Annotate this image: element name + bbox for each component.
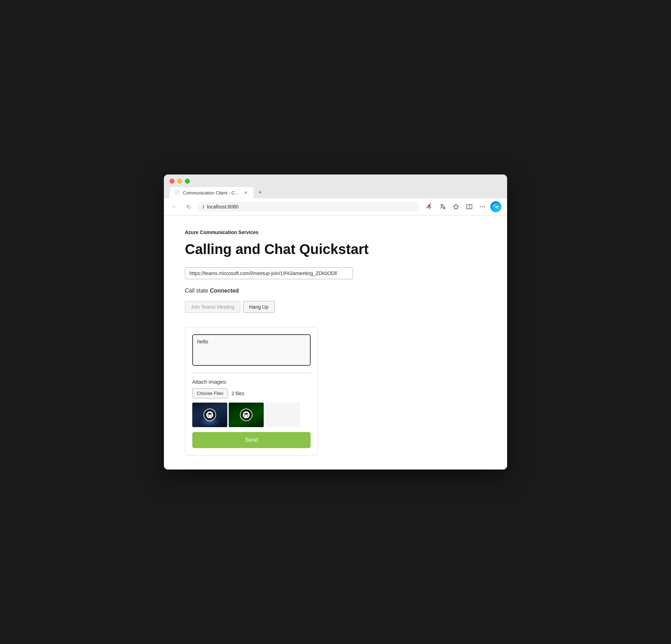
xbox-logo-2 xyxy=(240,409,253,421)
traffic-lights xyxy=(170,179,501,184)
translate-icon[interactable] xyxy=(437,201,448,212)
call-state-value: Connected xyxy=(210,288,239,294)
maximize-button[interactable] xyxy=(185,179,190,184)
tab-title: Communication Client - Calling xyxy=(183,190,240,196)
message-input[interactable]: hello xyxy=(192,334,311,366)
call-buttons-row: Join Teams Meeting Hang Up xyxy=(185,301,486,313)
call-state-label: Call state xyxy=(185,288,208,294)
xbox-logo-1 xyxy=(203,409,216,421)
chat-panel: hello Attach images: Choose Files 2 file… xyxy=(185,327,318,455)
address-bar-row: ← ↻ ℹ localhost:8080 xyxy=(164,198,507,215)
image-previews xyxy=(192,403,311,427)
attach-label: Attach images: xyxy=(192,379,311,385)
file-count: 2 files xyxy=(231,391,244,396)
app-subtitle: Azure Communication Services xyxy=(185,229,486,235)
close-button[interactable] xyxy=(170,179,174,184)
toolbar-icons xyxy=(424,201,501,212)
file-row: Choose Files 2 files xyxy=(192,388,311,398)
meeting-url-input[interactable] xyxy=(185,267,353,279)
browser-window: 📄 Communication Client - Calling ✕ + ← ↻… xyxy=(164,174,507,470)
address-text: localhost:8080 xyxy=(207,204,415,210)
svg-point-3 xyxy=(484,206,485,207)
svg-marker-0 xyxy=(454,204,459,209)
image-preview-2 xyxy=(229,403,264,427)
tab-close-button[interactable]: ✕ xyxy=(243,190,249,196)
tabs-row: 📄 Communication Client - Calling ✕ + xyxy=(170,187,501,198)
choose-files-button[interactable]: Choose Files xyxy=(192,388,228,398)
edge-logo[interactable] xyxy=(490,201,501,212)
call-state-row: Call state Connected xyxy=(185,288,486,294)
svg-point-1 xyxy=(480,206,481,207)
minimize-button[interactable] xyxy=(177,179,182,184)
page-content: Azure Communication Services Calling and… xyxy=(164,215,507,470)
refresh-button[interactable]: ↻ xyxy=(184,202,193,212)
divider xyxy=(192,373,311,373)
star-icon[interactable] xyxy=(450,201,462,212)
new-tab-button[interactable]: + xyxy=(255,187,265,198)
svg-point-2 xyxy=(482,206,483,207)
join-meeting-button[interactable]: Join Teams Meeting xyxy=(185,301,240,313)
image-preview-1 xyxy=(192,403,227,427)
more-options-icon[interactable] xyxy=(477,201,488,212)
active-tab[interactable]: 📄 Communication Client - Calling ✕ xyxy=(170,187,254,198)
title-bar: 📄 Communication Client - Calling ✕ + xyxy=(164,174,507,198)
image-preview-3 xyxy=(265,403,300,427)
page-title: Calling and Chat Quickstart xyxy=(185,241,486,258)
info-icon: ℹ xyxy=(202,204,204,210)
send-button[interactable]: Send xyxy=(192,432,311,448)
tab-page-icon: 📄 xyxy=(174,190,180,196)
split-view-icon[interactable] xyxy=(464,201,475,212)
mic-icon[interactable] xyxy=(424,201,435,212)
address-field[interactable]: ℹ localhost:8080 xyxy=(198,202,420,212)
hang-up-button[interactable]: Hang Up xyxy=(243,301,274,313)
back-button[interactable]: ← xyxy=(170,202,179,212)
